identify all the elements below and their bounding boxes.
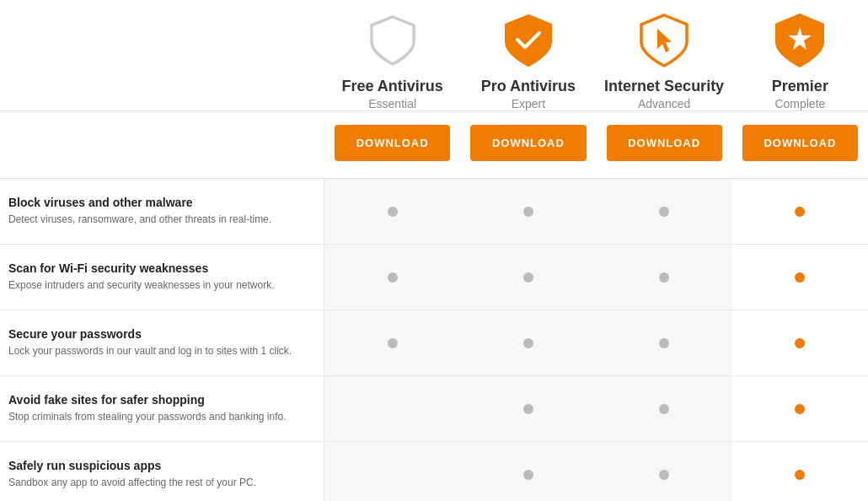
check-dot-secure-passwords-plan-0 [388, 338, 398, 348]
feature-desc-fake-sites: Stop criminals from stealing your passwo… [8, 410, 310, 424]
check-cell-suspicious-apps-plan-1 [460, 442, 596, 501]
check-cell-wifi-security-plan-3 [732, 245, 868, 310]
download-cell-internet-security: DOWNLOAD [597, 125, 732, 161]
plan-header-pro-antivirus: Pro Antivirus Expert [460, 0, 596, 110]
check-dot-suspicious-apps-plan-3 [795, 470, 805, 480]
check-dot-wifi-security-plan-3 [795, 272, 805, 283]
check-cell-secure-passwords-plan-0 [324, 310, 460, 375]
feature-row-wifi-security: Scan for Wi-Fi security weaknesses Expos… [0, 245, 868, 310]
check-dot-fake-sites-plan-2 [659, 404, 669, 414]
feature-desc-wifi-security: Expose intruders and security weaknesses… [8, 278, 310, 293]
plan-name-internet-security: Internet Security [604, 78, 724, 95]
feature-desc-suspicious-apps: Sandbox any app to avoid affecting the r… [8, 476, 310, 490]
plan-header-internet-security: Internet Security Advanced [597, 0, 732, 110]
check-dot-wifi-security-plan-2 [659, 272, 669, 283]
plan-header-free-antivirus: Free Antivirus Essential [324, 0, 460, 110]
check-cell-block-viruses-plan-2 [597, 179, 732, 244]
comparison-table: Free Antivirus Essential Pro Antivirus E… [0, 0, 868, 501]
feature-row-block-viruses: Block viruses and other malware Detect v… [0, 179, 868, 245]
check-cell-block-viruses-plan-1 [460, 179, 596, 244]
feature-cell-fake-sites: Avoid fake sites for safer shopping Stop… [0, 376, 324, 441]
check-cell-wifi-security-plan-0 [324, 245, 460, 310]
check-cell-secure-passwords-plan-2 [597, 310, 732, 375]
check-cell-suspicious-apps-plan-3 [732, 442, 868, 501]
feature-header-empty [0, 0, 324, 110]
download-cell-premier: DOWNLOAD [732, 125, 868, 161]
feature-row-suspicious-apps: Safely run suspicious apps Sandbox any a… [0, 442, 868, 501]
download-empty-cell [0, 125, 324, 161]
plan-name-premier: Premier [772, 78, 828, 95]
download-button-premier[interactable]: DOWNLOAD [742, 125, 858, 161]
check-dot-wifi-security-plan-1 [523, 272, 533, 283]
feature-row-secure-passwords: Secure your passwords Lock your password… [0, 310, 868, 376]
shield-check-icon [499, 10, 558, 69]
check-dot-suspicious-apps-plan-2 [659, 470, 669, 480]
plan-subtitle-pro: Expert [512, 97, 545, 110]
download-row: DOWNLOAD DOWNLOAD DOWNLOAD DOWNLOAD [0, 111, 868, 179]
check-dot-block-viruses-plan-3 [795, 207, 805, 217]
check-cell-secure-passwords-plan-3 [732, 310, 868, 375]
check-cell-block-viruses-plan-0 [324, 179, 460, 244]
check-cell-suspicious-apps-plan-2 [597, 442, 732, 501]
feature-title-wifi-security: Scan for Wi-Fi security weaknesses [8, 261, 310, 275]
check-dot-suspicious-apps-plan-1 [523, 470, 533, 480]
check-cell-fake-sites-plan-3 [732, 376, 868, 441]
plan-subtitle-internet-security: Advanced [638, 97, 690, 110]
check-dot-block-viruses-plan-2 [659, 207, 669, 217]
svg-marker-0 [657, 29, 672, 52]
download-button-internet-security[interactable]: DOWNLOAD [607, 125, 722, 161]
feature-desc-secure-passwords: Lock your passwords in our vault and log… [8, 344, 310, 358]
check-cell-wifi-security-plan-1 [460, 245, 596, 310]
shield-outline-icon [363, 10, 422, 69]
download-button-free[interactable]: DOWNLOAD [335, 125, 450, 161]
feature-title-fake-sites: Avoid fake sites for safer shopping [8, 393, 310, 407]
feature-cell-secure-passwords: Secure your passwords Lock your password… [0, 310, 324, 375]
plan-name-free: Free Antivirus [341, 78, 442, 95]
download-button-pro[interactable]: DOWNLOAD [470, 125, 586, 161]
feature-cell-suspicious-apps: Safely run suspicious apps Sandbox any a… [0, 442, 324, 501]
shield-cursor-icon [635, 10, 694, 69]
feature-row-fake-sites: Avoid fake sites for safer shopping Stop… [0, 376, 868, 442]
check-cell-secure-passwords-plan-1 [460, 310, 596, 375]
feature-desc-block-viruses: Detect viruses, ransomware, and other th… [8, 213, 310, 227]
check-dot-wifi-security-plan-0 [388, 272, 398, 283]
plan-subtitle-free: Essential [368, 97, 416, 110]
header-row: Free Antivirus Essential Pro Antivirus E… [0, 0, 868, 111]
check-cell-wifi-security-plan-2 [597, 245, 732, 310]
check-dot-secure-passwords-plan-2 [659, 338, 669, 348]
check-dot-fake-sites-plan-1 [523, 404, 533, 414]
check-dot-secure-passwords-plan-3 [795, 338, 805, 348]
download-cell-pro: DOWNLOAD [460, 125, 596, 161]
feature-cell-block-viruses: Block viruses and other malware Detect v… [0, 179, 324, 244]
feature-title-block-viruses: Block viruses and other malware [8, 196, 310, 209]
feature-rows: Block viruses and other malware Detect v… [0, 179, 868, 501]
feature-title-secure-passwords: Secure your passwords [8, 327, 310, 341]
check-cell-block-viruses-plan-3 [732, 179, 868, 244]
plan-subtitle-premier: Complete [774, 97, 825, 110]
download-cell-free: DOWNLOAD [324, 125, 460, 161]
feature-title-suspicious-apps: Safely run suspicious apps [8, 459, 310, 472]
check-dot-secure-passwords-plan-1 [523, 338, 533, 348]
check-dot-block-viruses-plan-1 [523, 207, 533, 217]
feature-cell-wifi-security: Scan for Wi-Fi security weaknesses Expos… [0, 245, 324, 310]
check-dot-block-viruses-plan-0 [388, 207, 398, 217]
check-cell-fake-sites-plan-1 [460, 376, 596, 441]
check-cell-suspicious-apps-plan-0 [324, 442, 460, 501]
check-cell-fake-sites-plan-0 [324, 376, 460, 441]
shield-star-icon [770, 10, 829, 69]
plan-name-pro: Pro Antivirus [481, 78, 576, 95]
check-dot-fake-sites-plan-3 [795, 404, 805, 414]
check-cell-fake-sites-plan-2 [597, 376, 732, 441]
plan-header-premier: Premier Complete [732, 0, 868, 110]
